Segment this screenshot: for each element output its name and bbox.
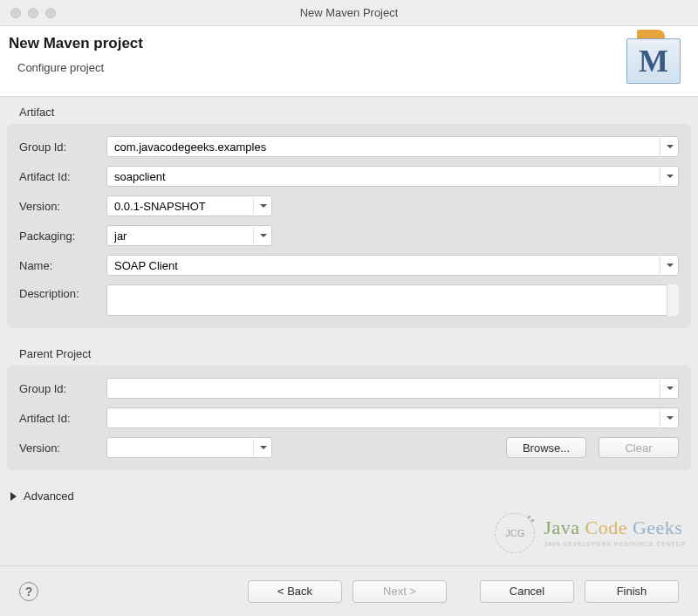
description-field[interactable] xyxy=(106,284,679,316)
group-id-label: Group Id: xyxy=(19,140,99,154)
artifact-section-label: Artifact xyxy=(0,97,698,124)
parent-group-id-label: Group Id: xyxy=(19,382,99,395)
parent-version-field[interactable] xyxy=(106,437,272,458)
jcg-logo-icon: JCG xyxy=(495,513,535,553)
watermark: JCG Java Code Geeks JAVA DEVELOPERS RESO… xyxy=(495,513,686,553)
parent-artifact-id-field[interactable] xyxy=(106,407,679,428)
wizard-subtitle: Configure project xyxy=(9,56,143,74)
clear-button[interactable]: Clear xyxy=(599,437,679,458)
finish-button[interactable]: Finish xyxy=(585,580,679,603)
titlebar: New Maven Project xyxy=(0,0,698,26)
artifact-id-label: Artifact Id: xyxy=(19,170,99,183)
disclosure-triangle-icon xyxy=(10,492,17,501)
advanced-label: Advanced xyxy=(24,489,74,503)
name-label: Name: xyxy=(19,259,99,272)
parent-artifact-id-label: Artifact Id: xyxy=(19,412,99,425)
resize-handle[interactable] xyxy=(667,284,679,316)
cancel-button[interactable]: Cancel xyxy=(480,580,574,603)
version-label: Version: xyxy=(19,200,99,213)
wizard-title: New Maven project xyxy=(9,35,143,52)
advanced-toggle[interactable]: Advanced xyxy=(0,481,698,503)
window-title: New Maven Project xyxy=(0,6,698,19)
group-id-field[interactable] xyxy=(106,136,679,157)
wizard-header: New Maven project Configure project M xyxy=(0,26,698,97)
artifact-id-field[interactable] xyxy=(106,166,679,187)
name-field[interactable] xyxy=(106,255,679,276)
parent-version-label: Version: xyxy=(19,441,99,455)
wizard-window: New Maven Project New Maven project Conf… xyxy=(0,0,698,616)
browse-button[interactable]: Browse... xyxy=(506,437,586,458)
packaging-field[interactable] xyxy=(106,225,272,246)
wizard-content: Artifact Group Id: Artifact Id: Version: xyxy=(0,97,698,565)
description-label: Description: xyxy=(19,284,99,300)
watermark-text: Java Code Geeks JAVA DEVELOPERS RESOURCE… xyxy=(544,519,686,547)
version-field[interactable] xyxy=(106,195,272,216)
maven-icon: M xyxy=(626,35,681,84)
wizard-footer: ? < Back Next > Cancel Finish xyxy=(0,565,698,616)
parent-group-id-field[interactable] xyxy=(106,378,679,399)
parent-group: Group Id: Artifact Id: Version: xyxy=(7,366,691,470)
next-button[interactable]: Next > xyxy=(352,580,447,603)
packaging-label: Packaging: xyxy=(19,229,99,243)
back-button[interactable]: < Back xyxy=(248,580,342,603)
help-button[interactable]: ? xyxy=(19,582,38,601)
parent-section-label: Parent Project xyxy=(0,339,698,366)
artifact-group: Group Id: Artifact Id: Version: xyxy=(7,124,691,328)
